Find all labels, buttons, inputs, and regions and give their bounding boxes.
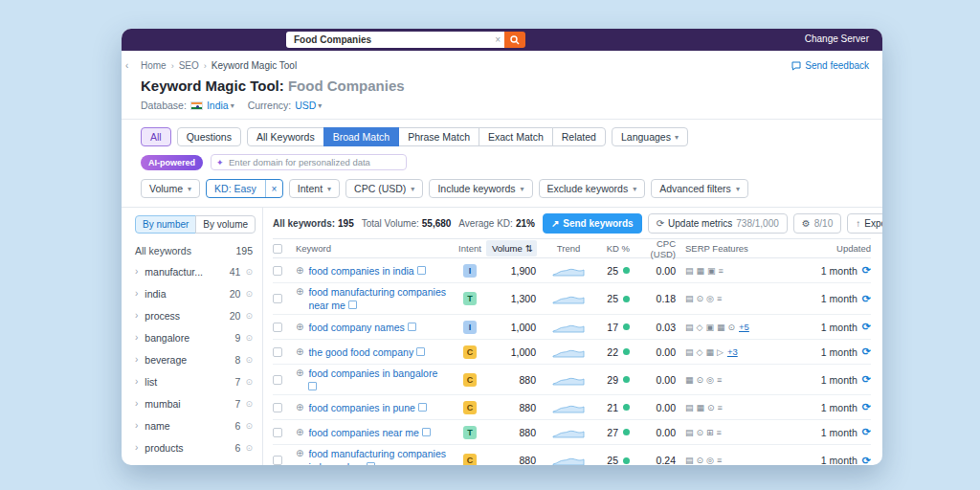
- database-selector[interactable]: Database: India ▾: [141, 100, 234, 111]
- keyword-link[interactable]: food companies in india: [308, 265, 413, 277]
- keyword-group-item[interactable]: › mumbai 7 ⊙: [135, 392, 253, 414]
- eye-icon[interactable]: ⊙: [245, 289, 253, 299]
- change-server-button[interactable]: Change Server: [805, 33, 869, 44]
- search-input[interactable]: [286, 32, 504, 48]
- add-keyword-icon[interactable]: ⊕: [296, 426, 303, 439]
- refresh-icon[interactable]: ⟳: [862, 264, 871, 277]
- sort-by-number-button[interactable]: By number: [135, 215, 196, 234]
- breadcrumb-seo[interactable]: SEO: [179, 60, 199, 71]
- tab-broad-match[interactable]: Broad Match: [323, 127, 400, 146]
- keyword-group-item[interactable]: › name 6 ⊙: [135, 414, 253, 436]
- eye-icon[interactable]: ⊙: [245, 443, 253, 453]
- tab-all[interactable]: All: [141, 127, 171, 146]
- column-header-kd[interactable]: KD %: [591, 243, 635, 254]
- row-checkbox[interactable]: [273, 266, 282, 276]
- open-serp-icon[interactable]: [367, 462, 375, 465]
- add-keyword-icon[interactable]: ⊕: [296, 321, 303, 334]
- open-serp-icon[interactable]: [308, 382, 317, 390]
- add-keyword-icon[interactable]: ⊕: [296, 285, 303, 299]
- add-keyword-icon[interactable]: ⊕: [296, 345, 303, 359]
- keyword-group-item[interactable]: › process 20 ⊙: [135, 304, 253, 326]
- filter-kd-easy[interactable]: KD: Easy ×: [206, 179, 283, 198]
- eye-icon[interactable]: ⊙: [245, 355, 253, 365]
- column-header-cpc[interactable]: CPC (USD): [635, 238, 685, 259]
- tab-all-keywords[interactable]: All Keywords: [247, 127, 324, 146]
- keyword-group-item[interactable]: › products 6 ⊙: [135, 436, 253, 458]
- keyword-group-item[interactable]: › bangalore 9 ⊙: [135, 326, 253, 348]
- eye-icon[interactable]: ⊙: [245, 377, 253, 387]
- sidebar-header[interactable]: All keywords 195: [135, 245, 253, 256]
- filter-intent[interactable]: Intent ▾: [289, 179, 340, 198]
- keyword-link[interactable]: food companies in bangalore: [308, 368, 437, 379]
- sort-icon[interactable]: ⇅: [525, 243, 533, 254]
- row-checkbox[interactable]: [273, 294, 282, 303]
- eye-icon[interactable]: ⊙: [245, 421, 253, 431]
- eye-icon[interactable]: ⊙: [245, 311, 253, 321]
- filter-exclude-keywords[interactable]: Exclude keywords ▾: [539, 179, 646, 198]
- filter-volume[interactable]: Volume ▾: [141, 179, 200, 198]
- sort-by-volume-button[interactable]: By volume: [195, 215, 256, 234]
- row-checkbox[interactable]: [273, 375, 282, 385]
- serp-more-link[interactable]: +3: [727, 346, 738, 357]
- filter-include-keywords[interactable]: Include keywords ▾: [429, 179, 532, 198]
- column-header-keyword[interactable]: Keyword: [296, 243, 454, 254]
- tab-related[interactable]: Related: [552, 127, 606, 146]
- domain-input[interactable]: [211, 154, 407, 170]
- add-keyword-icon[interactable]: ⊕: [296, 401, 303, 414]
- remove-kd-filter-icon[interactable]: ×: [265, 180, 282, 197]
- serp-more-link[interactable]: +5: [739, 322, 749, 332]
- send-keywords-button[interactable]: ↗ Send keywords: [543, 213, 642, 234]
- refresh-icon[interactable]: ⟳: [862, 345, 871, 358]
- refresh-icon[interactable]: ⟳: [862, 373, 871, 386]
- eye-icon[interactable]: ⊙: [245, 333, 253, 343]
- row-checkbox[interactable]: [273, 428, 282, 437]
- currency-selector[interactable]: Currency: USD ▾: [248, 100, 323, 111]
- open-serp-icon[interactable]: [408, 323, 416, 331]
- refresh-icon[interactable]: ⟳: [862, 321, 871, 333]
- column-header-updated[interactable]: Updated: [800, 243, 871, 254]
- send-feedback-link[interactable]: Send feedback: [791, 60, 869, 71]
- row-checkbox[interactable]: [273, 347, 282, 357]
- keyword-link[interactable]: food companies near me: [308, 427, 419, 438]
- filter-cpc[interactable]: CPC (USD) ▾: [345, 179, 423, 198]
- eye-icon[interactable]: ⊙: [245, 399, 253, 409]
- refresh-icon[interactable]: ⟳: [862, 401, 871, 413]
- row-checkbox[interactable]: [273, 323, 282, 332]
- filter-advanced[interactable]: Advanced filters ▾: [651, 179, 748, 198]
- languages-dropdown[interactable]: Languages ▾: [612, 127, 688, 146]
- row-checkbox[interactable]: [273, 456, 282, 465]
- collapse-panel-icon[interactable]: ‹: [125, 60, 128, 71]
- tab-questions[interactable]: Questions: [177, 127, 241, 146]
- add-keyword-icon[interactable]: ⊕: [296, 367, 303, 380]
- column-header-trend[interactable]: Trend: [546, 243, 591, 254]
- keyword-group-item[interactable]: › manufactur... 41 ⊙: [135, 260, 253, 282]
- keyword-link[interactable]: food manufacturing companies near me: [308, 286, 446, 311]
- eye-icon[interactable]: ⊙: [245, 267, 253, 277]
- add-keyword-icon[interactable]: ⊕: [296, 264, 303, 278]
- search-button[interactable]: [504, 32, 525, 48]
- keyword-link[interactable]: food companies in pune: [308, 402, 415, 413]
- breadcrumb-home[interactable]: Home: [141, 60, 167, 71]
- refresh-icon[interactable]: ⟳: [862, 426, 871, 438]
- keyword-link[interactable]: food company names: [308, 322, 404, 333]
- select-all-checkbox[interactable]: [273, 244, 282, 254]
- update-metrics-button[interactable]: ⟳ Update metrics 738/1,000: [648, 213, 788, 234]
- open-serp-icon[interactable]: [416, 347, 425, 356]
- keyword-group-item[interactable]: › list 7 ⊙: [135, 370, 253, 392]
- row-checkbox[interactable]: [273, 403, 282, 412]
- export-button[interactable]: ↑ Export: [847, 213, 882, 234]
- keyword-group-item[interactable]: › beverage 8 ⊙: [135, 348, 253, 370]
- column-header-intent[interactable]: Intent: [454, 243, 486, 254]
- refresh-icon[interactable]: ⟳: [862, 455, 871, 466]
- add-keyword-icon[interactable]: ⊕: [296, 447, 303, 460]
- column-header-serp-features[interactable]: SERP Features: [685, 243, 800, 254]
- open-serp-icon[interactable]: [418, 403, 427, 412]
- keyword-link[interactable]: the good food company: [308, 346, 413, 358]
- column-header-volume[interactable]: Volume ⇅: [486, 240, 546, 256]
- refresh-icon[interactable]: ⟳: [862, 293, 871, 305]
- tab-phrase-match[interactable]: Phrase Match: [398, 127, 479, 146]
- tab-exact-match[interactable]: Exact Match: [479, 127, 553, 146]
- open-serp-icon[interactable]: [348, 301, 357, 309]
- open-serp-icon[interactable]: [422, 428, 431, 436]
- open-serp-icon[interactable]: [417, 266, 426, 275]
